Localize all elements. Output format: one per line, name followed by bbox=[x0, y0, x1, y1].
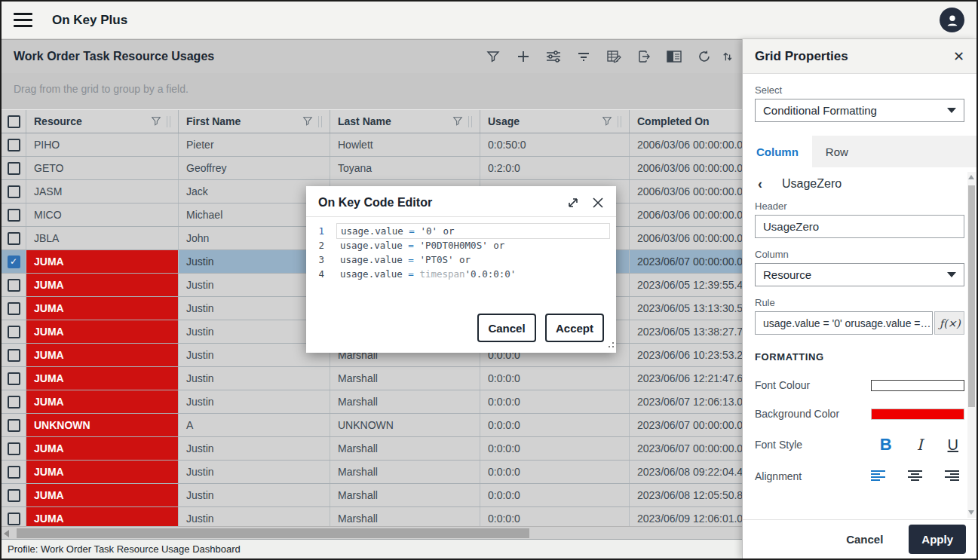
dialog-cancel-button[interactable]: Cancel bbox=[477, 314, 536, 342]
bold-button[interactable]: B bbox=[880, 436, 892, 453]
align-left-icon[interactable] bbox=[870, 470, 886, 483]
table-row[interactable]: PIHOPieterHowlett0:0:50:02006/03/06 00:0… bbox=[2, 133, 745, 157]
table-cell: Howlett bbox=[330, 133, 480, 156]
table-cell: JUMA bbox=[26, 461, 179, 483]
table-row[interactable]: GETOGeoffreyToyana0:2:0:02006/03/06 00:0… bbox=[2, 157, 745, 180]
horizontal-scrollbar-thumb[interactable] bbox=[17, 528, 529, 538]
refresh-icon[interactable] bbox=[692, 44, 716, 69]
panel-apply-button[interactable]: Apply bbox=[909, 525, 966, 554]
rule-input[interactable]: usage.value = '0' orusage.value =… bbox=[755, 311, 933, 335]
column-header-resource[interactable]: Resource bbox=[26, 110, 179, 133]
tab-column[interactable]: Column bbox=[743, 136, 812, 167]
panel-title: Grid Properties bbox=[755, 49, 848, 64]
underline-button[interactable]: U bbox=[948, 436, 958, 453]
user-avatar[interactable] bbox=[940, 8, 964, 32]
font-colour-swatch[interactable] bbox=[871, 380, 964, 391]
expand-icon[interactable] bbox=[566, 196, 580, 210]
row-checkbox[interactable] bbox=[8, 489, 20, 502]
scroll-up-arrow-icon[interactable] bbox=[968, 175, 974, 179]
profile-status-text: Profile: Work Order Task Resource Usage … bbox=[8, 543, 241, 555]
select-all-cell bbox=[2, 110, 26, 133]
row-checkbox[interactable] bbox=[8, 209, 20, 222]
row-checkbox[interactable] bbox=[8, 419, 20, 432]
column-resize-handle[interactable] bbox=[167, 116, 170, 127]
sort-filter-icon[interactable] bbox=[572, 44, 596, 69]
add-icon[interactable] bbox=[511, 44, 535, 69]
formula-fx-button[interactable]: ƒ(×) bbox=[934, 311, 964, 335]
italic-button[interactable]: I bbox=[917, 436, 923, 453]
code-line[interactable]: 2usage.value = 'P0DT0H0M0S' or bbox=[309, 238, 610, 252]
code-line[interactable]: 1usage.value = '0' or bbox=[309, 224, 610, 238]
row-checkbox[interactable] bbox=[8, 185, 20, 198]
hamburger-menu-icon[interactable] bbox=[14, 13, 32, 27]
tab-row[interactable]: Row bbox=[812, 136, 862, 167]
reading-pane-icon[interactable] bbox=[662, 44, 686, 69]
select-all-checkbox[interactable] bbox=[8, 115, 20, 128]
table-row[interactable]: JUMAJustinMarshall0:0:0:02023/06/07 12:0… bbox=[2, 390, 745, 414]
column-filter-icon[interactable] bbox=[452, 116, 463, 127]
column-header-last-name[interactable]: Last Name bbox=[330, 110, 480, 133]
column-header-usage[interactable]: Usage bbox=[480, 110, 630, 133]
table-cell: 2023/06/05 12:39:55.4 bbox=[630, 274, 745, 296]
table-edit-icon[interactable] bbox=[602, 44, 626, 69]
header-label: Header bbox=[755, 200, 964, 212]
horizontal-scrollbar[interactable] bbox=[2, 526, 745, 539]
row-checkbox[interactable] bbox=[8, 139, 20, 151]
resize-handle[interactable] bbox=[608, 338, 615, 351]
column-header-completed-on[interactable]: Completed On bbox=[630, 110, 745, 133]
column-dropdown[interactable]: Resource bbox=[755, 263, 964, 286]
view-settings-icon[interactable] bbox=[541, 44, 566, 69]
row-checkbox[interactable] bbox=[8, 162, 20, 175]
column-header-first-name[interactable]: First Name bbox=[179, 110, 330, 133]
column-label: Column bbox=[755, 249, 964, 260]
back-chevron-icon[interactable]: ‹ bbox=[758, 176, 762, 192]
row-checkbox[interactable] bbox=[8, 326, 20, 338]
column-resize-handle[interactable] bbox=[618, 116, 621, 127]
dialog-accept-button[interactable]: Accept bbox=[545, 314, 604, 342]
panel-scrollbar[interactable] bbox=[967, 172, 976, 518]
select-dropdown[interactable]: Conditional Formatting bbox=[755, 99, 964, 122]
table-row[interactable]: JUMAJustinMarshall0:0:0:02023/06/06 12:2… bbox=[2, 367, 745, 390]
row-checkbox[interactable] bbox=[8, 513, 20, 525]
align-right-icon[interactable] bbox=[944, 470, 960, 483]
table-row[interactable]: UNKNOWNAUNKNOWN0:0:0:02023/06/07 00:00:0… bbox=[2, 414, 745, 437]
filter-icon[interactable] bbox=[481, 44, 505, 69]
close-icon[interactable] bbox=[592, 197, 604, 209]
row-checkbox[interactable] bbox=[8, 232, 20, 245]
row-checkbox[interactable] bbox=[8, 396, 20, 409]
scroll-left-arrow-icon[interactable] bbox=[4, 530, 9, 537]
code-line[interactable]: 4usage.value = timespan'0.0:0:0' bbox=[309, 267, 610, 281]
column-resize-handle[interactable] bbox=[318, 116, 322, 127]
panel-cancel-button[interactable]: Cancel bbox=[842, 532, 888, 546]
table-cell: 0:0:0:0 bbox=[480, 367, 630, 390]
row-checkbox-cell bbox=[2, 274, 26, 296]
header-input[interactable]: UsageZero bbox=[755, 215, 964, 238]
column-filter-icon[interactable] bbox=[151, 116, 161, 127]
align-center-icon[interactable] bbox=[907, 470, 923, 483]
column-filter-icon[interactable] bbox=[602, 116, 612, 127]
table-row[interactable]: JUMAJustinMarshall0:0:0:02023/06/08 09:2… bbox=[2, 461, 745, 484]
row-checkbox[interactable] bbox=[8, 349, 20, 362]
row-checkbox[interactable]: ✓ bbox=[8, 256, 20, 268]
close-icon[interactable]: ✕ bbox=[953, 48, 964, 65]
column-filter-icon[interactable] bbox=[302, 116, 313, 127]
export-icon[interactable] bbox=[632, 44, 656, 69]
table-row[interactable]: JUMAJustinMarshall0:0:0:02023/06/09 12:0… bbox=[2, 507, 745, 528]
row-checkbox-cell bbox=[2, 157, 26, 179]
row-checkbox[interactable] bbox=[8, 466, 20, 479]
column-resize-handle[interactable] bbox=[468, 116, 472, 127]
panel-scrollbar-thumb[interactable] bbox=[968, 185, 975, 407]
formatting-section-title: FORMATTING bbox=[755, 351, 964, 363]
sort-asc-icon[interactable] bbox=[722, 44, 733, 69]
code-line[interactable]: 3usage.value = 'PT0S' or bbox=[309, 252, 610, 267]
table-row[interactable]: JUMAJustinMarshall0:0:0:02023/06/07 00:0… bbox=[2, 437, 745, 461]
row-checkbox[interactable] bbox=[8, 442, 20, 455]
table-row[interactable]: JUMAJustinMarshall0:0:0:02023/06/08 12:0… bbox=[2, 484, 745, 507]
scroll-down-arrow-icon[interactable] bbox=[968, 510, 974, 515]
background-color-swatch[interactable] bbox=[871, 409, 964, 420]
row-checkbox[interactable] bbox=[8, 372, 20, 385]
row-checkbox[interactable] bbox=[8, 279, 20, 292]
code-editor-area[interactable]: 1usage.value = '0' or2usage.value = 'P0D… bbox=[306, 217, 616, 281]
line-number: 1 bbox=[309, 224, 336, 238]
row-checkbox[interactable] bbox=[8, 302, 20, 315]
